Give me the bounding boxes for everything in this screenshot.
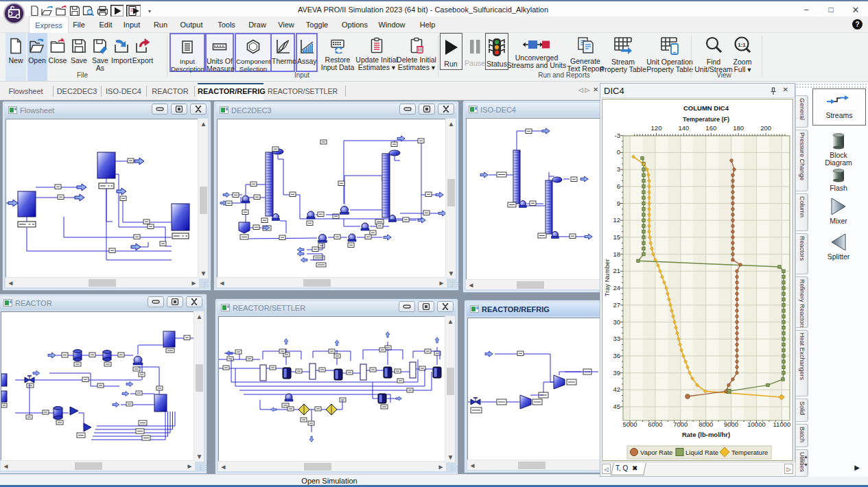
svg-text:9: 9 — [617, 200, 620, 207]
svg-text:8000: 8000 — [699, 420, 713, 428]
svg-text:0: 0 — [617, 148, 620, 156]
svg-text:Vapor Rate: Vapor Rate — [640, 449, 672, 456]
svg-text:7000: 7000 — [673, 420, 688, 428]
svg-text:27: 27 — [613, 301, 620, 309]
svg-text:Liquid Rate: Liquid Rate — [685, 449, 718, 456]
svg-text:COLUMN DIC4: COLUMN DIC4 — [683, 104, 729, 112]
svg-text:Temperature: Temperature — [731, 449, 768, 456]
svg-text:11000: 11000 — [773, 420, 791, 428]
svg-text:Tray Number: Tray Number — [603, 259, 611, 296]
svg-text:3: 3 — [617, 165, 620, 173]
svg-text:30: 30 — [613, 318, 620, 326]
svg-text:1:1: 1:1 — [738, 42, 746, 48]
svg-text:15: 15 — [613, 233, 620, 241]
svg-text:36: 36 — [613, 352, 620, 359]
svg-text:18: 18 — [613, 250, 620, 258]
svg-text:33: 33 — [613, 335, 620, 342]
svg-text:21: 21 — [613, 267, 620, 274]
svg-text:Temperature (F): Temperature (F) — [683, 116, 729, 123]
svg-text:6: 6 — [617, 182, 620, 190]
svg-text:140: 140 — [678, 124, 689, 132]
svg-text:42: 42 — [613, 385, 620, 393]
svg-text:9000: 9000 — [724, 420, 738, 428]
svg-text:10000: 10000 — [747, 420, 765, 428]
svg-text:39: 39 — [613, 369, 620, 377]
svg-text:5000: 5000 — [622, 420, 637, 428]
svg-text:6000: 6000 — [648, 420, 662, 428]
svg-text:180: 180 — [733, 124, 744, 132]
svg-text:45: 45 — [613, 403, 620, 410]
svg-text:120: 120 — [651, 124, 662, 132]
svg-text:Rate (lb-mol/hr): Rate (lb-mol/hr) — [682, 431, 730, 438]
svg-text:12: 12 — [613, 216, 620, 224]
svg-text:-3: -3 — [615, 132, 620, 139]
svg-text:24: 24 — [613, 284, 620, 292]
svg-text:200: 200 — [760, 124, 771, 132]
svg-text:160: 160 — [705, 124, 716, 132]
